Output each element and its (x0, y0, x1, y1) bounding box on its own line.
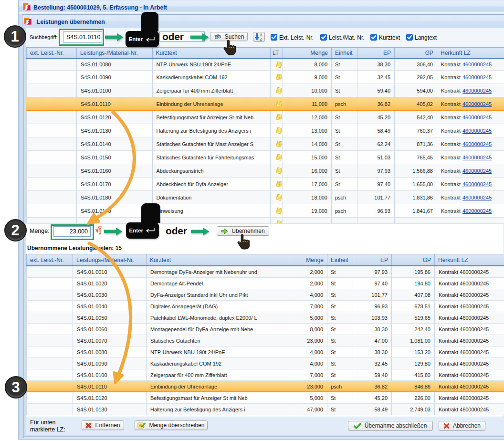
svg-text:y: y (99, 231, 101, 235)
svg-text:Z: Z (260, 37, 262, 41)
